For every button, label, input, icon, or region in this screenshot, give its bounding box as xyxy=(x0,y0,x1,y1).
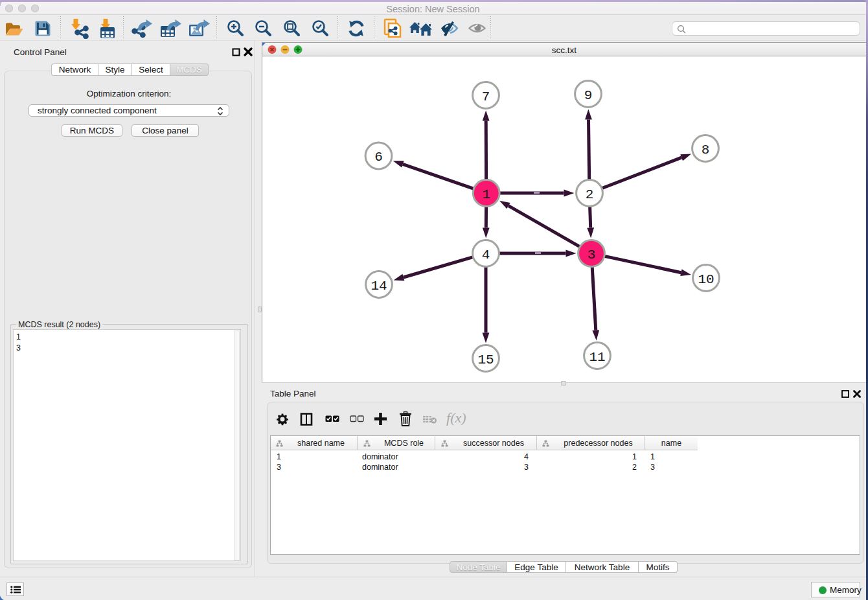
svg-text:10: 10 xyxy=(698,272,714,287)
svg-text:11: 11 xyxy=(589,350,605,365)
svg-text:2: 2 xyxy=(586,187,594,202)
svg-text:1: 1 xyxy=(482,187,490,202)
svg-text:8: 8 xyxy=(702,143,710,157)
svg-text:4: 4 xyxy=(482,248,490,262)
svg-text:6: 6 xyxy=(374,150,383,165)
svg-text:9: 9 xyxy=(584,88,593,103)
svg-text:7: 7 xyxy=(482,89,490,104)
svg-text:14: 14 xyxy=(371,279,387,294)
svg-text:3: 3 xyxy=(588,248,596,262)
svg-text:15: 15 xyxy=(477,352,494,367)
